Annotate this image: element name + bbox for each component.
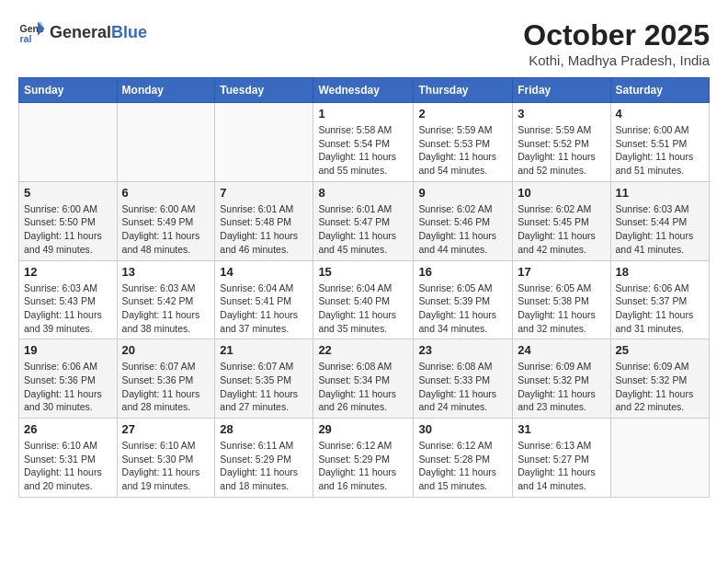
svg-text:ral: ral xyxy=(20,33,32,44)
weekday-header-row: SundayMondayTuesdayWednesdayThursdayFrid… xyxy=(19,78,710,103)
day-info: Sunrise: 6:02 AMSunset: 5:46 PMDaylight:… xyxy=(418,202,507,257)
calendar-cell: 8Sunrise: 6:01 AMSunset: 5:47 PMDaylight… xyxy=(313,181,414,260)
day-number: 21 xyxy=(220,343,308,357)
logo: Gene ral GeneralBlue xyxy=(18,18,147,46)
day-info: Sunrise: 6:00 AMSunset: 5:50 PMDaylight:… xyxy=(24,202,112,257)
day-number: 3 xyxy=(518,107,605,121)
day-number: 11 xyxy=(616,186,705,200)
calendar-cell xyxy=(19,103,118,182)
calendar-cell: 11Sunrise: 6:03 AMSunset: 5:44 PMDayligh… xyxy=(610,181,710,260)
weekday-header-monday: Monday xyxy=(117,78,215,103)
title-block: October 2025 Kothi, Madhya Pradesh, Indi… xyxy=(523,18,710,68)
weekday-header-tuesday: Tuesday xyxy=(215,78,313,103)
day-number: 24 xyxy=(518,343,605,357)
day-info: Sunrise: 6:04 AMSunset: 5:41 PMDaylight:… xyxy=(220,282,308,336)
calendar-cell: 23Sunrise: 6:08 AMSunset: 5:33 PMDayligh… xyxy=(414,339,513,419)
day-info: Sunrise: 6:03 AMSunset: 5:43 PMDaylight:… xyxy=(24,282,112,336)
day-number: 22 xyxy=(318,343,408,357)
day-number: 19 xyxy=(24,343,112,357)
day-number: 15 xyxy=(318,265,408,279)
day-info: Sunrise: 5:58 AMSunset: 5:54 PMDaylight:… xyxy=(318,123,408,178)
calendar-cell: 9Sunrise: 6:02 AMSunset: 5:46 PMDaylight… xyxy=(414,181,513,260)
day-info: Sunrise: 6:05 AMSunset: 5:39 PMDaylight:… xyxy=(418,282,507,336)
page-header: Gene ral GeneralBlue October 2025 Kothi,… xyxy=(18,18,710,68)
weekday-header-saturday: Saturday xyxy=(610,78,710,103)
calendar-cell: 2Sunrise: 5:59 AMSunset: 5:53 PMDaylight… xyxy=(414,103,513,182)
logo-blue: Blue xyxy=(111,23,147,41)
day-number: 8 xyxy=(318,186,408,200)
week-row-5: 26Sunrise: 6:10 AMSunset: 5:31 PMDayligh… xyxy=(19,419,710,498)
day-number: 13 xyxy=(122,265,210,279)
day-info: Sunrise: 6:12 AMSunset: 5:28 PMDaylight:… xyxy=(418,439,507,493)
weekday-header-thursday: Thursday xyxy=(414,78,513,103)
calendar-cell: 18Sunrise: 6:06 AMSunset: 5:37 PMDayligh… xyxy=(610,260,710,339)
day-info: Sunrise: 6:06 AMSunset: 5:37 PMDaylight:… xyxy=(616,282,705,336)
day-number: 14 xyxy=(220,265,308,279)
day-info: Sunrise: 6:01 AMSunset: 5:47 PMDaylight:… xyxy=(318,202,408,257)
day-number: 12 xyxy=(24,265,112,279)
day-number: 9 xyxy=(418,186,507,200)
day-info: Sunrise: 6:05 AMSunset: 5:38 PMDaylight:… xyxy=(518,282,605,336)
day-info: Sunrise: 6:09 AMSunset: 5:32 PMDaylight:… xyxy=(518,360,605,414)
day-info: Sunrise: 6:12 AMSunset: 5:29 PMDaylight:… xyxy=(318,439,408,493)
calendar-cell: 31Sunrise: 6:13 AMSunset: 5:27 PMDayligh… xyxy=(513,419,610,498)
day-number: 5 xyxy=(24,186,112,200)
month-title: October 2025 xyxy=(523,18,710,52)
calendar-cell: 6Sunrise: 6:00 AMSunset: 5:49 PMDaylight… xyxy=(117,181,215,260)
calendar-cell: 17Sunrise: 6:05 AMSunset: 5:38 PMDayligh… xyxy=(513,260,610,339)
day-number: 25 xyxy=(616,343,705,357)
day-number: 29 xyxy=(318,422,408,436)
day-info: Sunrise: 6:11 AMSunset: 5:29 PMDaylight:… xyxy=(220,439,308,493)
calendar-cell: 7Sunrise: 6:01 AMSunset: 5:48 PMDaylight… xyxy=(215,181,313,260)
day-number: 16 xyxy=(418,265,507,279)
day-info: Sunrise: 6:13 AMSunset: 5:27 PMDaylight:… xyxy=(518,439,605,493)
day-info: Sunrise: 6:09 AMSunset: 5:32 PMDaylight:… xyxy=(616,360,705,414)
day-number: 27 xyxy=(122,422,210,436)
calendar-cell: 24Sunrise: 6:09 AMSunset: 5:32 PMDayligh… xyxy=(513,339,610,419)
calendar-cell: 15Sunrise: 6:04 AMSunset: 5:40 PMDayligh… xyxy=(313,260,414,339)
day-number: 1 xyxy=(318,107,408,121)
calendar-cell: 10Sunrise: 6:02 AMSunset: 5:45 PMDayligh… xyxy=(513,181,610,260)
calendar-cell: 3Sunrise: 5:59 AMSunset: 5:52 PMDaylight… xyxy=(513,103,610,182)
day-number: 2 xyxy=(418,107,507,121)
day-info: Sunrise: 6:08 AMSunset: 5:33 PMDaylight:… xyxy=(418,360,507,414)
calendar-cell: 12Sunrise: 6:03 AMSunset: 5:43 PMDayligh… xyxy=(19,260,118,339)
calendar-cell xyxy=(117,103,215,182)
day-info: Sunrise: 6:00 AMSunset: 5:49 PMDaylight:… xyxy=(122,202,210,257)
day-info: Sunrise: 6:02 AMSunset: 5:45 PMDaylight:… xyxy=(518,202,605,257)
day-info: Sunrise: 6:10 AMSunset: 5:30 PMDaylight:… xyxy=(122,439,210,493)
calendar-cell xyxy=(215,103,313,182)
day-info: Sunrise: 6:10 AMSunset: 5:31 PMDaylight:… xyxy=(24,439,112,493)
day-info: Sunrise: 5:59 AMSunset: 5:53 PMDaylight:… xyxy=(418,123,507,178)
day-number: 4 xyxy=(616,107,705,121)
calendar-cell: 21Sunrise: 6:07 AMSunset: 5:35 PMDayligh… xyxy=(215,339,313,419)
week-row-4: 19Sunrise: 6:06 AMSunset: 5:36 PMDayligh… xyxy=(19,339,710,419)
day-info: Sunrise: 6:08 AMSunset: 5:34 PMDaylight:… xyxy=(318,360,408,414)
calendar-cell: 29Sunrise: 6:12 AMSunset: 5:29 PMDayligh… xyxy=(313,419,414,498)
day-info: Sunrise: 6:04 AMSunset: 5:40 PMDaylight:… xyxy=(318,282,408,336)
calendar-cell: 16Sunrise: 6:05 AMSunset: 5:39 PMDayligh… xyxy=(414,260,513,339)
calendar-cell: 30Sunrise: 6:12 AMSunset: 5:28 PMDayligh… xyxy=(414,419,513,498)
week-row-1: 1Sunrise: 5:58 AMSunset: 5:54 PMDaylight… xyxy=(19,103,710,182)
week-row-2: 5Sunrise: 6:00 AMSunset: 5:50 PMDaylight… xyxy=(19,181,710,260)
calendar-cell: 26Sunrise: 6:10 AMSunset: 5:31 PMDayligh… xyxy=(19,419,118,498)
logo-general: General xyxy=(50,23,111,41)
day-number: 20 xyxy=(122,343,210,357)
day-number: 17 xyxy=(518,265,605,279)
day-number: 10 xyxy=(518,186,605,200)
calendar-cell: 13Sunrise: 6:03 AMSunset: 5:42 PMDayligh… xyxy=(117,260,215,339)
calendar-cell: 5Sunrise: 6:00 AMSunset: 5:50 PMDaylight… xyxy=(19,181,118,260)
calendar-cell: 14Sunrise: 6:04 AMSunset: 5:41 PMDayligh… xyxy=(215,260,313,339)
day-info: Sunrise: 6:03 AMSunset: 5:42 PMDaylight:… xyxy=(122,282,210,336)
calendar-cell: 27Sunrise: 6:10 AMSunset: 5:30 PMDayligh… xyxy=(117,419,215,498)
calendar-table: SundayMondayTuesdayWednesdayThursdayFrid… xyxy=(18,77,710,498)
day-number: 31 xyxy=(518,422,605,436)
logo-icon: Gene ral xyxy=(18,18,46,46)
day-info: Sunrise: 6:01 AMSunset: 5:48 PMDaylight:… xyxy=(220,202,308,257)
calendar-cell: 19Sunrise: 6:06 AMSunset: 5:36 PMDayligh… xyxy=(19,339,118,419)
day-info: Sunrise: 6:03 AMSunset: 5:44 PMDaylight:… xyxy=(616,202,705,257)
day-info: Sunrise: 5:59 AMSunset: 5:52 PMDaylight:… xyxy=(518,123,605,178)
weekday-header-friday: Friday xyxy=(513,78,610,103)
day-number: 6 xyxy=(122,186,210,200)
day-number: 28 xyxy=(220,422,308,436)
